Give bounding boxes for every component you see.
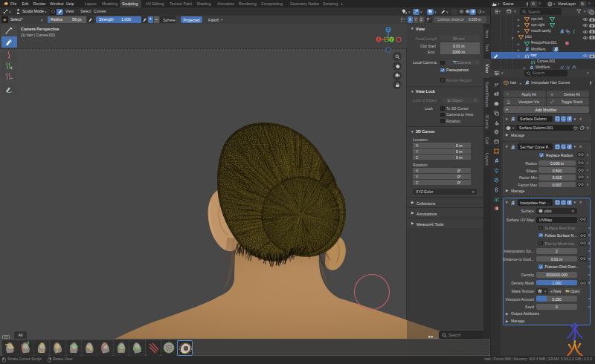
svg-text:Z: Z (387, 27, 389, 32)
